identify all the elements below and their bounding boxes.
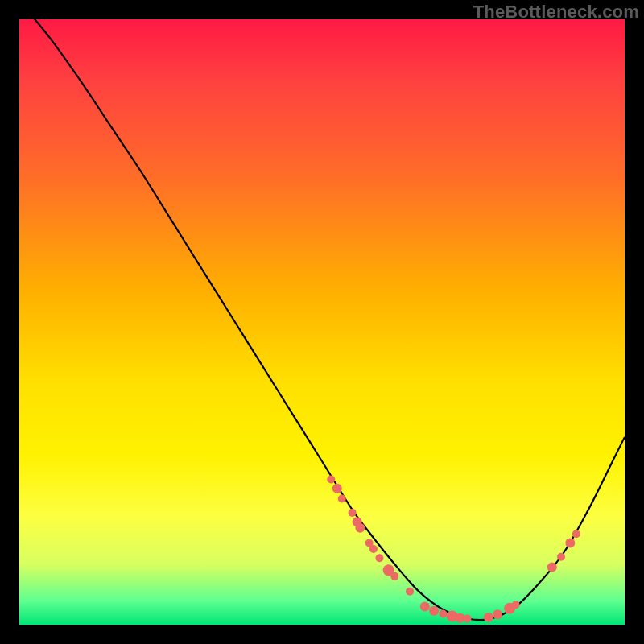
data-marker: [338, 495, 346, 503]
marker-layer: [327, 476, 580, 623]
data-marker: [390, 572, 398, 580]
data-marker: [565, 538, 575, 547]
data-marker: [484, 613, 493, 622]
data-marker: [439, 609, 447, 617]
data-marker: [547, 563, 557, 572]
data-marker: [355, 523, 365, 533]
chart-svg: [19, 19, 625, 625]
data-marker: [375, 554, 383, 562]
data-marker: [557, 553, 565, 561]
data-marker: [369, 545, 378, 553]
data-marker: [327, 476, 335, 484]
data-marker: [406, 588, 414, 596]
data-marker: [463, 614, 471, 622]
data-marker: [493, 609, 502, 619]
data-marker: [572, 530, 580, 538]
data-marker: [420, 601, 430, 611]
data-marker: [429, 606, 439, 616]
chart-container: TheBottleneck.com: [0, 0, 644, 644]
curve-path: [19, 1, 625, 620]
data-marker: [332, 484, 342, 493]
data-marker: [512, 601, 520, 609]
data-marker: [349, 509, 357, 517]
plot-area: [19, 19, 625, 625]
